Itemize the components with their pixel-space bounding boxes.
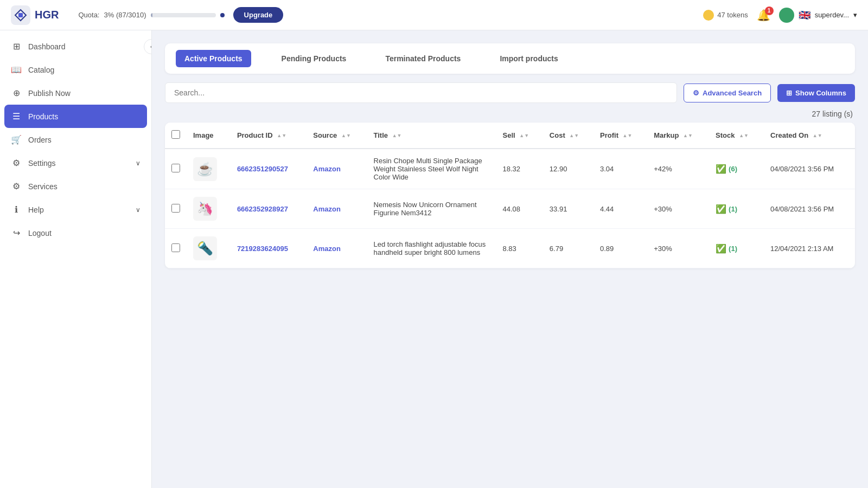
sort-cost[interactable]: ▲▼ (569, 133, 579, 138)
row-image: ☕ (187, 149, 231, 189)
product-id-link[interactable]: 7219283624095 (237, 245, 288, 253)
col-markup[interactable]: Markup ▲▼ (647, 123, 709, 149)
row-sell: 44.08 (496, 189, 542, 229)
notifications-button[interactable]: 🔔 1 (757, 9, 770, 22)
show-columns-button[interactable]: ⊞ Show Columns (777, 84, 855, 102)
sidebar-item-settings[interactable]: ⚙ Settings ∨ (0, 151, 151, 175)
product-id-link[interactable]: 6662351290527 (237, 165, 288, 173)
sidebar-item-label: Publish Now (28, 89, 71, 98)
row-markup: +42% (647, 149, 709, 189)
products-table-container: Image Product ID ▲▼ Source ▲▼ Title ▲▼ (165, 123, 855, 268)
row-markup: +30% (647, 189, 709, 229)
quota-fill (151, 13, 153, 17)
sidebar-item-dashboard[interactable]: ⊞ Dashboard (0, 35, 151, 58)
row-cost: 6.79 (543, 229, 593, 268)
tab-terminated-products[interactable]: Terminated Products (376, 50, 469, 67)
col-title[interactable]: Title ▲▼ (367, 123, 496, 149)
token-coin-icon (703, 10, 714, 21)
quota-dot (220, 13, 225, 17)
tokens-section: 47 tokens (703, 10, 748, 21)
services-icon: ⚙ (11, 181, 22, 191)
sidebar-item-services[interactable]: ⚙ Services (0, 175, 151, 198)
show-columns-label: Show Columns (795, 89, 846, 97)
user-dropdown-arrow: ▾ (853, 11, 857, 19)
user-menu[interactable]: 🇬🇧 superdev... ▾ (779, 8, 857, 23)
tab-pending-products[interactable]: Pending Products (273, 50, 355, 67)
sort-product-id[interactable]: ▲▼ (277, 133, 286, 138)
sort-source[interactable]: ▲▼ (341, 133, 351, 138)
sort-profit[interactable]: ▲▼ (623, 133, 633, 138)
products-icon: ☰ (11, 111, 22, 121)
col-sell[interactable]: Sell ▲▼ (496, 123, 542, 149)
stock-check-icon: ✅ (716, 164, 726, 174)
col-profit[interactable]: Profit ▲▼ (593, 123, 647, 149)
row-checkbox-cell (165, 229, 187, 268)
row-checkbox-1[interactable] (171, 204, 180, 213)
svg-rect-1 (18, 13, 23, 17)
main-content: Active Products Pending Products Termina… (152, 30, 868, 488)
settings-expand-arrow: ∨ (136, 159, 141, 167)
col-cost[interactable]: Cost ▲▼ (543, 123, 593, 149)
tab-active-products[interactable]: Active Products (176, 50, 251, 67)
select-all-checkbox[interactable] (171, 130, 180, 139)
sort-created-on[interactable]: ▲▼ (813, 133, 822, 138)
sort-stock[interactable]: ▲▼ (739, 133, 749, 138)
sidebar-item-catalog[interactable]: 📖 Catalog (0, 58, 151, 81)
sidebar-item-label: Help (28, 206, 44, 214)
row-source: Amazon (307, 149, 367, 189)
table-body: ☕ 6662351290527 Amazon Resin Chope Multi… (165, 149, 855, 268)
stock-check-icon: ✅ (716, 243, 726, 254)
col-product-id[interactable]: Product ID ▲▼ (231, 123, 307, 149)
row-checkbox-cell (165, 149, 187, 189)
row-product-id: 7219283624095 (231, 229, 307, 268)
notification-badge: 1 (765, 7, 774, 15)
tokens-count: 47 tokens (717, 11, 748, 19)
row-stock: ✅ (6) (709, 149, 764, 189)
sort-markup[interactable]: ▲▼ (683, 133, 693, 138)
source-label: Amazon (313, 245, 341, 253)
row-checkbox-cell (165, 189, 187, 229)
user-name: superdev... (815, 11, 849, 19)
advanced-search-button[interactable]: ⚙ Advanced Search (684, 84, 771, 102)
table-row: 🔦 7219283624095 Amazon Led torch flashli… (165, 229, 855, 268)
tabs-bar: Active Products Pending Products Termina… (165, 43, 855, 74)
row-title: Nemesis Now Unicorn Ornament Figurine Ne… (367, 189, 496, 229)
sidebar-item-products[interactable]: ☰ Products (4, 105, 147, 128)
row-checkbox-0[interactable] (171, 164, 180, 172)
upgrade-button[interactable]: Upgrade (233, 7, 284, 23)
sort-title[interactable]: ▲▼ (392, 133, 402, 138)
table-header-row: Image Product ID ▲▼ Source ▲▼ Title ▲▼ (165, 123, 855, 149)
col-source[interactable]: Source ▲▼ (307, 123, 367, 149)
advanced-search-icon: ⚙ (693, 89, 699, 97)
row-markup: +30% (647, 229, 709, 268)
sidebar-item-logout[interactable]: ↪ Logout (0, 221, 151, 245)
col-image: Image (187, 123, 231, 149)
logout-icon: ↪ (11, 228, 22, 238)
row-checkbox-2[interactable] (171, 243, 180, 252)
sidebar-item-help[interactable]: ℹ Help ∨ (0, 198, 151, 221)
sidebar-item-orders[interactable]: 🛒 Orders (0, 128, 151, 151)
avatar-icon (779, 8, 794, 23)
sidebar-item-label: Catalog (28, 66, 54, 74)
publish-icon: ⊕ (11, 88, 22, 98)
stock-badge: ✅ (6) (716, 164, 737, 174)
stock-check-icon: ✅ (716, 204, 726, 214)
topbar-right: 47 tokens 🔔 1 🇬🇧 superdev... ▾ (703, 8, 857, 23)
search-input[interactable] (165, 82, 677, 103)
row-cost: 12.90 (543, 149, 593, 189)
sidebar-item-publish-now[interactable]: ⊕ Publish Now (0, 81, 151, 105)
product-image: ☕ (193, 157, 217, 181)
product-id-link[interactable]: 6662352928927 (237, 205, 288, 213)
row-profit: 4.44 (593, 189, 647, 229)
row-source: Amazon (307, 229, 367, 268)
sort-sell[interactable]: ▲▼ (519, 133, 529, 138)
row-image: 🦄 (187, 189, 231, 229)
sidebar-item-label: Dashboard (28, 42, 66, 51)
row-image: 🔦 (187, 229, 231, 268)
products-table: Image Product ID ▲▼ Source ▲▼ Title ▲▼ (165, 123, 855, 268)
col-created-on[interactable]: Created On ▲▼ (764, 123, 855, 149)
col-stock[interactable]: Stock ▲▼ (709, 123, 764, 149)
tab-import-products[interactable]: Import products (491, 50, 566, 67)
sidebar-item-label: Settings (28, 159, 56, 168)
table-row: ☕ 6662351290527 Amazon Resin Chope Multi… (165, 149, 855, 189)
